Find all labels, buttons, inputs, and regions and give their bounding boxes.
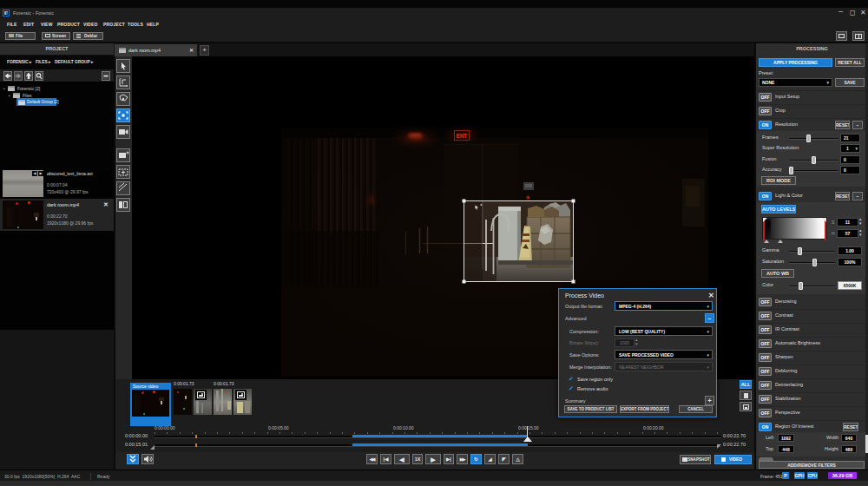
svg-text:EXIT: EXIT — [457, 133, 469, 139]
